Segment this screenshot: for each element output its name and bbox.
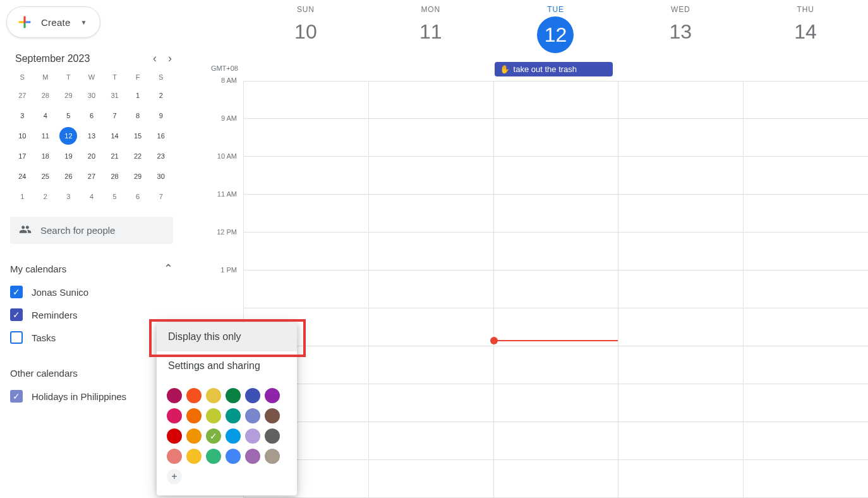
- color-option[interactable]: [167, 388, 182, 403]
- hour-cell[interactable]: [618, 308, 743, 346]
- hour-cell[interactable]: [618, 157, 743, 195]
- hour-cell[interactable]: [494, 460, 618, 498]
- hour-cell[interactable]: [494, 81, 618, 119]
- hour-cell[interactable]: [369, 233, 493, 270]
- color-option[interactable]: [265, 408, 280, 423]
- hour-cell[interactable]: [494, 422, 618, 460]
- hour-cell[interactable]: [618, 195, 743, 233]
- mini-cal-day[interactable]: 10: [13, 127, 31, 145]
- hour-cell[interactable]: [369, 422, 493, 460]
- color-option[interactable]: [265, 449, 280, 464]
- mini-cal-day[interactable]: 7: [152, 188, 170, 205]
- mini-cal-day[interactable]: 14: [106, 127, 124, 145]
- hour-cell[interactable]: [494, 384, 618, 422]
- hour-cell[interactable]: [369, 119, 493, 157]
- calendar-checkbox[interactable]: ✓: [10, 286, 23, 298]
- color-option[interactable]: [226, 388, 241, 403]
- mini-cal-day[interactable]: 27: [13, 87, 31, 104]
- next-month-button[interactable]: ›: [168, 52, 172, 65]
- color-option[interactable]: [245, 449, 260, 464]
- mini-cal-day[interactable]: 27: [83, 167, 100, 185]
- hour-cell[interactable]: [244, 157, 368, 195]
- color-option[interactable]: [245, 428, 260, 444]
- color-option[interactable]: ✓: [206, 428, 221, 444]
- hour-cell[interactable]: [618, 460, 743, 498]
- hour-cell[interactable]: [244, 119, 368, 157]
- mini-cal-day[interactable]: 2: [37, 188, 54, 205]
- mini-cal-day[interactable]: 6: [129, 188, 147, 205]
- hour-cell[interactable]: [744, 346, 868, 384]
- hour-cell[interactable]: [369, 460, 493, 498]
- hour-cell[interactable]: [744, 460, 868, 498]
- color-option[interactable]: [245, 408, 260, 423]
- hour-cell[interactable]: [618, 384, 743, 422]
- mini-cal-day[interactable]: 13: [83, 127, 100, 145]
- mini-cal-day[interactable]: 5: [59, 107, 77, 124]
- mini-cal-day[interactable]: 31: [106, 87, 124, 104]
- settings-sharing-item[interactable]: Settings and sharing: [157, 351, 297, 380]
- color-option[interactable]: [265, 388, 280, 403]
- mini-cal-day[interactable]: 20: [83, 147, 100, 165]
- calendar-item[interactable]: ✓Holidays in Philippines: [6, 385, 177, 408]
- day-column[interactable]: [743, 81, 868, 498]
- mini-cal-day[interactable]: 9: [152, 107, 170, 124]
- mini-cal-day[interactable]: 6: [83, 107, 100, 124]
- allday-event[interactable]: ✋take out the trash: [495, 62, 613, 76]
- other-calendars-header[interactable]: Other calendars +: [10, 367, 173, 380]
- hour-cell[interactable]: [744, 157, 868, 195]
- hour-cell[interactable]: [369, 270, 493, 308]
- hour-cell[interactable]: [244, 233, 368, 270]
- prev-month-button[interactable]: ‹: [153, 52, 157, 65]
- calendar-item[interactable]: ✓Jonas Sunico: [6, 281, 177, 303]
- mini-cal-day[interactable]: 29: [129, 167, 147, 185]
- color-option[interactable]: [206, 408, 221, 423]
- mini-cal-day[interactable]: 12: [59, 127, 77, 145]
- search-people-input[interactable]: Search for people: [10, 217, 173, 244]
- hour-cell[interactable]: [369, 81, 493, 119]
- my-calendars-header[interactable]: My calendars ⌃: [10, 262, 173, 276]
- color-option[interactable]: [167, 449, 182, 464]
- day-header[interactable]: TUE12✋take out the trash: [493, 0, 618, 81]
- color-option[interactable]: [186, 408, 202, 423]
- mini-cal-day[interactable]: 29: [59, 87, 77, 104]
- hour-cell[interactable]: [744, 422, 868, 460]
- hour-cell[interactable]: [494, 157, 618, 195]
- hour-cell[interactable]: [744, 81, 868, 119]
- hour-cell[interactable]: [244, 195, 368, 233]
- mini-cal-day[interactable]: 15: [129, 127, 147, 145]
- color-option[interactable]: [186, 428, 202, 444]
- color-option[interactable]: [245, 388, 260, 403]
- day-header[interactable]: SUN10: [243, 0, 368, 81]
- hour-cell[interactable]: [744, 270, 868, 308]
- mini-cal-day[interactable]: 22: [129, 147, 147, 165]
- hour-cell[interactable]: [369, 157, 493, 195]
- day-header[interactable]: MON11: [368, 0, 493, 81]
- day-column[interactable]: [493, 81, 618, 498]
- calendar-item[interactable]: Tasks: [6, 326, 177, 349]
- hour-cell[interactable]: [618, 346, 743, 384]
- mini-cal-day[interactable]: 2: [152, 87, 170, 104]
- hour-cell[interactable]: [744, 384, 868, 422]
- hour-cell[interactable]: [618, 422, 743, 460]
- hour-cell[interactable]: [618, 270, 743, 308]
- color-option[interactable]: [186, 449, 202, 464]
- color-option[interactable]: [186, 388, 202, 403]
- hour-cell[interactable]: [744, 119, 868, 157]
- mini-cal-day[interactable]: 1: [129, 87, 147, 104]
- hour-cell[interactable]: [618, 233, 743, 270]
- mini-cal-day[interactable]: 28: [106, 167, 124, 185]
- color-option[interactable]: [226, 408, 241, 423]
- mini-cal-day[interactable]: 25: [37, 167, 54, 185]
- mini-cal-day[interactable]: 16: [152, 127, 170, 145]
- hour-cell[interactable]: [244, 81, 368, 119]
- mini-cal-day[interactable]: 3: [59, 188, 77, 205]
- hour-cell[interactable]: [494, 346, 618, 384]
- hour-cell[interactable]: [494, 233, 618, 270]
- mini-cal-day[interactable]: 7: [106, 107, 124, 124]
- mini-cal-day[interactable]: 4: [37, 107, 54, 124]
- hour-cell[interactable]: [494, 195, 618, 233]
- mini-cal-day[interactable]: 11: [37, 127, 54, 145]
- day-header[interactable]: WED13: [618, 0, 743, 81]
- mini-cal-day[interactable]: 28: [37, 87, 54, 104]
- mini-cal-day[interactable]: 26: [59, 167, 77, 185]
